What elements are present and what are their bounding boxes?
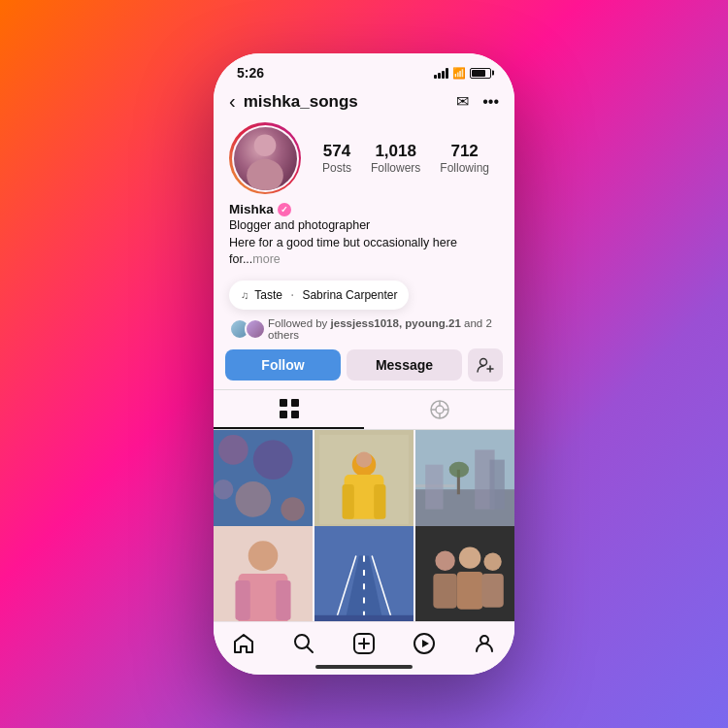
profile-info-row: 574 Posts 1,018 Followers 712 Following (214, 116, 514, 198)
followed-by-label: Followed by (268, 317, 331, 329)
svg-point-10 (436, 406, 444, 414)
svg-rect-46 (314, 615, 414, 621)
avatar-container[interactable] (229, 122, 301, 194)
svg-rect-39 (235, 580, 249, 620)
stat-followers[interactable]: 1,018 Followers (371, 142, 420, 175)
svg-line-55 (308, 647, 314, 653)
photo-cell-4[interactable] (214, 526, 313, 621)
add-person-icon (477, 356, 494, 374)
stat-following[interactable]: 712 Following (440, 142, 489, 175)
bio-text: Blogger and photographer Here for a good… (229, 217, 499, 269)
posts-count: 574 (323, 142, 350, 161)
display-name: Mishka ✓ (229, 202, 499, 216)
following-label: Following (440, 161, 489, 175)
bio-more[interactable]: more (252, 252, 280, 266)
music-tooltip[interactable]: ♫ Taste · Sabrina Carpenter (229, 281, 409, 310)
photo-cell-3[interactable] (415, 430, 514, 529)
follower-names: jessjess1018, pyoung.21 (331, 317, 461, 329)
nav-search[interactable] (274, 632, 334, 655)
svg-point-17 (253, 440, 293, 480)
svg-rect-26 (374, 484, 385, 519)
status-bar: 5:26 📶 (214, 53, 514, 84)
svg-point-35 (449, 461, 469, 477)
followed-by-row: Followed by jessjess1018, pyoung.21 and … (214, 315, 514, 348)
verified-badge: ✓ (278, 203, 291, 216)
svg-rect-6 (291, 399, 299, 407)
music-note-icon: ♫ (241, 289, 248, 301)
svg-point-27 (356, 451, 372, 467)
photo-cell-5[interactable] (314, 526, 414, 621)
svg-point-1 (247, 158, 283, 189)
svg-point-0 (253, 134, 276, 156)
svg-marker-60 (422, 640, 429, 647)
svg-rect-7 (280, 411, 287, 418)
music-song: Taste (254, 288, 282, 302)
battery-icon (470, 68, 491, 79)
tab-grid[interactable] (214, 390, 364, 429)
display-name-text: Mishka (229, 202, 274, 216)
photo-grid (214, 430, 514, 622)
music-separator: · (290, 286, 294, 304)
status-time: 5:26 (237, 65, 264, 81)
wifi-icon: 📶 (452, 67, 466, 80)
tag-icon (429, 399, 450, 420)
status-icons: 📶 (434, 67, 491, 80)
svg-point-20 (214, 480, 233, 499)
svg-rect-8 (291, 411, 299, 418)
followers-label: Followers (371, 161, 420, 175)
photo-cell-2[interactable] (314, 430, 414, 529)
message-button[interactable]: Message (347, 349, 462, 381)
back-button[interactable]: ‹ (229, 90, 236, 113)
phone-frame: 5:26 📶 ‹ mishka_songs ✉ ••• (214, 53, 514, 675)
bio-line1: Blogger and photographer (229, 218, 370, 232)
nav-home[interactable] (214, 632, 274, 655)
more-options-icon[interactable]: ••• (482, 93, 499, 111)
svg-point-18 (235, 481, 271, 517)
action-buttons: Follow Message (214, 348, 514, 389)
followers-count: 1,018 (375, 142, 416, 161)
svg-point-61 (480, 636, 488, 644)
posts-label: Posts (322, 161, 351, 175)
header-icons: ✉ ••• (456, 92, 499, 111)
search-icon (292, 632, 315, 655)
svg-point-19 (281, 497, 304, 520)
tab-tagged[interactable] (364, 390, 514, 429)
bio-section: Mishka ✓ Blogger and photographer Here f… (214, 198, 514, 275)
content-tab-bar (214, 389, 514, 430)
signal-icon (434, 68, 448, 79)
nav-profile[interactable] (454, 632, 514, 655)
svg-point-16 (218, 435, 248, 465)
photo-cell-6[interactable] (415, 526, 514, 621)
svg-rect-40 (276, 580, 290, 620)
send-icon[interactable]: ✉ (456, 92, 469, 111)
avatar-inner (232, 125, 299, 192)
music-artist: Sabrina Carpenter (302, 288, 397, 302)
svg-rect-33 (425, 464, 443, 509)
follower-avatar-2 (245, 318, 266, 340)
nav-reels[interactable] (394, 632, 454, 655)
add-icon (352, 632, 376, 655)
svg-rect-25 (343, 484, 354, 519)
add-person-button[interactable] (468, 348, 503, 381)
svg-point-50 (459, 547, 480, 569)
svg-point-48 (435, 551, 454, 571)
follow-button[interactable]: Follow (225, 349, 341, 381)
grid-icon (279, 398, 300, 419)
svg-rect-32 (490, 459, 505, 509)
profile-username: mishka_songs (244, 92, 457, 112)
stat-posts[interactable]: 574 Posts (322, 142, 351, 175)
avatar (234, 127, 297, 190)
svg-rect-53 (481, 574, 503, 608)
reels-icon (413, 632, 436, 655)
svg-rect-5 (280, 399, 287, 407)
photo-cell-1[interactable] (214, 430, 313, 529)
profile-header: ‹ mishka_songs ✉ ••• (214, 84, 514, 116)
phone-screen: 5:26 📶 ‹ mishka_songs ✉ ••• (214, 53, 514, 675)
profile-icon (473, 632, 496, 655)
svg-rect-51 (457, 572, 483, 610)
svg-point-37 (248, 542, 279, 572)
following-count: 712 (450, 142, 478, 161)
home-indicator (315, 665, 413, 669)
nav-add[interactable] (334, 632, 394, 655)
svg-point-52 (483, 553, 501, 571)
